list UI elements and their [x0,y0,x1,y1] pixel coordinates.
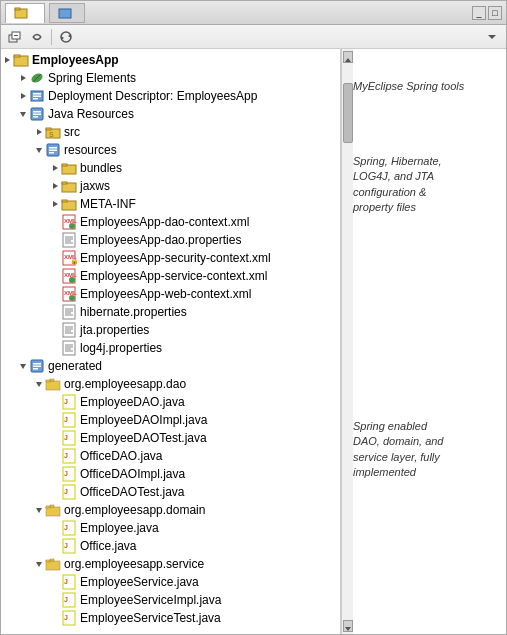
tree-item-employee-dao[interactable]: JEmployeeDAO.java [1,393,340,411]
tree-item-java-res[interactable]: Java Resources [1,105,340,123]
svg-rect-77 [33,363,41,365]
tree-item-bundles[interactable]: bundles [1,159,340,177]
tree-arrow[interactable] [49,216,61,228]
tree-item-spring[interactable]: Spring Elements [1,69,340,87]
tree-item-office-java[interactable]: JOffice.java [1,537,340,555]
tree-item-dao-ctx[interactable]: XMLEmployeesApp-dao-context.xml [1,213,340,231]
svg-rect-78 [33,366,41,368]
tree-arrow[interactable] [17,108,29,120]
tree-item-meta-inf[interactable]: META-INF [1,195,340,213]
tree-arrow[interactable] [49,162,61,174]
tree-item-employee-java[interactable]: JEmployee.java [1,519,340,537]
tree-item-dao-pkg[interactable]: org.employeesapp.dao [1,375,340,393]
tree-arrow[interactable] [49,468,61,480]
tree-item-svc-ctx[interactable]: XMLEmployeesApp-service-context.xml [1,267,340,285]
tree-item-office-dao[interactable]: JOfficeDAO.java [1,447,340,465]
svg-rect-2 [59,9,71,18]
link-with-editor-button[interactable] [27,28,47,46]
tree-item-hibernate[interactable]: hibernate.properties [1,303,340,321]
tree-arrow[interactable] [33,126,45,138]
tree-arrow[interactable] [49,234,61,246]
tree-arrow[interactable] [49,198,61,210]
maximize-button[interactable]: □ [488,6,502,20]
tree-item-jta[interactable]: jta.properties [1,321,340,339]
tree-item-emp-svcimpl[interactable]: JEmployeeServiceImpl.java [1,591,340,609]
tree-item-deploy[interactable]: Deployment Descriptor: EmployeesApp [1,87,340,105]
tree-item-service-pkg[interactable]: org.employeesapp.service [1,555,340,573]
tree-item-root[interactable]: EmployeesApp [1,51,340,69]
tree-arrow[interactable] [33,378,45,390]
chevron-down-icon [487,30,497,44]
svg-rect-82 [46,380,50,382]
scroll-up-button[interactable] [343,51,353,63]
svg-marker-9 [5,57,10,63]
tree-arrow[interactable] [17,360,29,372]
minimize-button[interactable]: _ [472,6,486,20]
tree-arrow[interactable] [49,522,61,534]
svg-text:XML: XML [64,218,77,224]
tree-arrow[interactable] [49,342,61,354]
tree-arrow[interactable] [49,288,61,300]
svg-text:S: S [49,131,54,138]
tree-item-label: bundles [80,161,122,175]
spring-leaf-icon [29,70,45,86]
java-icon: J [61,394,77,410]
tree-arrow[interactable] [33,558,45,570]
tree-arrow[interactable] [49,612,61,624]
tree-item-office-daotest[interactable]: JOfficeDAOTest.java [1,483,340,501]
tree-arrow[interactable] [49,576,61,588]
tree-item-emp-svctest[interactable]: JEmployeeServiceTest.java [1,609,340,627]
svg-rect-1 [15,8,20,10]
tree-arrow[interactable] [49,252,61,264]
tree-arrow[interactable] [49,432,61,444]
tree-arrow[interactable] [49,540,61,552]
svg-text:J: J [64,470,68,477]
tree-arrow[interactable] [49,180,61,192]
tree-arrow[interactable] [49,414,61,426]
tree-item-office-daoimpl[interactable]: JOfficeDAOImpl.java [1,465,340,483]
tree-item-dao-props[interactable]: EmployeesApp-dao.properties [1,231,340,249]
scroll-down-button[interactable] [343,620,353,632]
tree-item-employee-daotest[interactable]: JEmployeeDAOTest.java [1,429,340,447]
tree-item-generated[interactable]: generated [1,357,340,375]
tree-item-label: Employee.java [80,521,159,535]
tree-item-domain-pkg[interactable]: org.employeesapp.domain [1,501,340,519]
folder-icon [61,196,77,212]
tree-arrow[interactable] [49,486,61,498]
tree-arrow[interactable] [33,504,45,516]
tree-item-employee-daoimpl[interactable]: JEmployeeDAOImpl.java [1,411,340,429]
tree-item-label: org.employeesapp.dao [64,377,186,391]
collapse-all-button[interactable] [5,28,25,46]
svg-rect-79 [33,368,38,370]
scroll-thumb[interactable] [343,83,353,143]
tree-arrow[interactable] [33,144,45,156]
tree-arrow[interactable] [17,90,29,102]
tree-arrow[interactable] [49,306,61,318]
tree-arrow[interactable] [49,324,61,336]
view-menu-button[interactable] [482,28,502,46]
tree-item-log4j[interactable]: log4j.properties [1,339,340,357]
tree-item-web-ctx[interactable]: XMLEmployeesApp-web-context.xml [1,285,340,303]
tree-item-sec-ctx[interactable]: XML🔒EmployeesApp-security-context.xml [1,249,340,267]
tree-arrow[interactable] [17,72,29,84]
tree-item-label: OfficeDAOImpl.java [80,467,185,481]
svg-marker-114 [345,58,351,62]
svg-rect-98 [46,506,50,508]
tree-panel[interactable]: EmployeesAppSpring ElementsDeployment De… [1,49,341,634]
tree-arrow[interactable] [49,270,61,282]
tree-item-resources[interactable]: resources [1,141,340,159]
tree-item-jaxws[interactable]: jaxws [1,177,340,195]
scrollbar[interactable] [341,49,353,634]
tree-arrow[interactable] [1,54,13,66]
annotation-spring: Spring, Hibernate,LOG4J, and JTAconfigur… [353,154,442,216]
tree-item-src[interactable]: Ssrc [1,123,340,141]
tab-project-explorer[interactable] [5,3,45,23]
tab-navigator[interactable] [49,3,85,23]
tree-arrow[interactable] [49,594,61,606]
tree-arrow[interactable] [49,396,61,408]
tree-item-emp-svc[interactable]: JEmployeeService.java [1,573,340,591]
svg-rect-18 [33,96,41,98]
sync-button[interactable] [56,28,76,46]
tree-arrow[interactable] [49,450,61,462]
java-icon: J [61,574,77,590]
